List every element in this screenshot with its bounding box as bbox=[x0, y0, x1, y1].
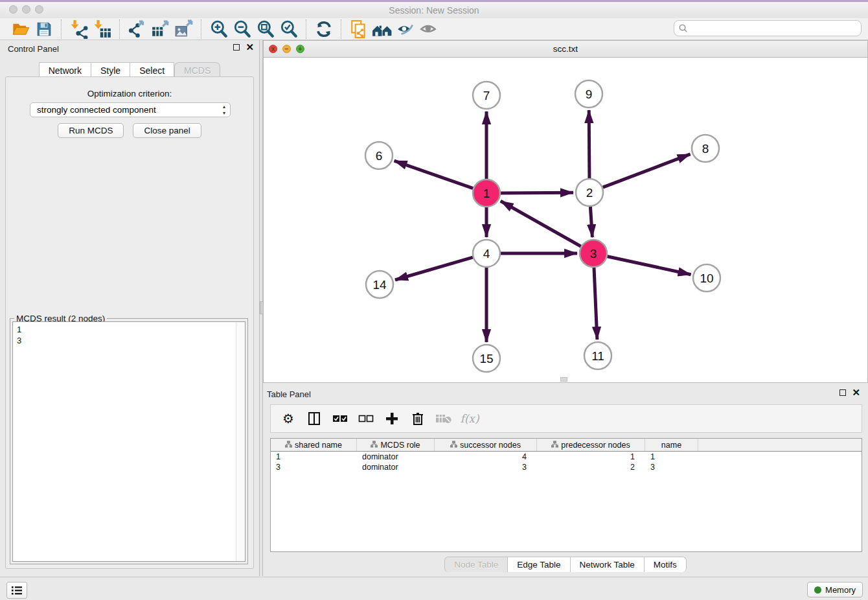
graph-edge-2-3[interactable] bbox=[590, 207, 592, 237]
table-tab-node-table[interactable]: Node Table bbox=[444, 557, 508, 572]
table-tabs: Node TableEdge TableNetwork TableMotifs bbox=[263, 557, 868, 572]
table-tab-edge-table[interactable]: Edge Table bbox=[508, 557, 570, 572]
table-cell: dominator bbox=[357, 452, 435, 462]
graph-edge-3-1[interactable] bbox=[501, 201, 581, 246]
show-details-icon[interactable] bbox=[417, 19, 440, 39]
hide-details-icon[interactable] bbox=[394, 19, 417, 39]
column-visibility-icon[interactable] bbox=[306, 410, 323, 427]
table-cell: 3 bbox=[435, 462, 537, 472]
close-panel-icon[interactable]: ✕ bbox=[246, 44, 254, 51]
graph-node-label-10: 10 bbox=[700, 271, 713, 285]
export-network-icon[interactable] bbox=[126, 19, 149, 39]
add-column-icon[interactable] bbox=[383, 410, 400, 427]
graph-edge-1-6[interactable] bbox=[394, 161, 474, 189]
canvas-scroll-grip[interactable] bbox=[560, 377, 567, 382]
column-header-label: successor nodes bbox=[460, 441, 521, 450]
open-session-icon[interactable] bbox=[9, 19, 32, 39]
column-header-successor-nodes[interactable]: successor nodes bbox=[435, 439, 537, 451]
search-field bbox=[674, 20, 862, 36]
column-type-icon bbox=[371, 441, 378, 450]
graph-edge-4-14[interactable] bbox=[395, 257, 473, 280]
zoom-in-icon[interactable] bbox=[207, 19, 231, 39]
export-table-icon[interactable] bbox=[149, 19, 172, 39]
column-header-predecessor-nodes[interactable]: predecessor nodes bbox=[537, 439, 645, 451]
window-title: Session: New Session bbox=[0, 5, 868, 16]
import-table-icon[interactable] bbox=[91, 19, 114, 39]
clone-network-icon[interactable] bbox=[347, 19, 371, 39]
mcds-result-textarea[interactable]: 13 bbox=[12, 321, 246, 562]
network-canvas[interactable]: 7968124314101511 bbox=[264, 58, 867, 382]
optimization-criterion-value: strongly connected component bbox=[37, 105, 156, 115]
delete-column-icon[interactable] bbox=[409, 410, 426, 427]
mcds-tab-content: Optimization criterion: strongly connect… bbox=[5, 76, 254, 569]
graph-edge-1-2[interactable] bbox=[501, 192, 573, 193]
zoom-fit-icon[interactable] bbox=[254, 19, 277, 39]
table-cell: 1 bbox=[271, 452, 357, 462]
optimization-criterion-select[interactable]: strongly connected component ▴▾ bbox=[30, 102, 231, 117]
search-input[interactable] bbox=[688, 23, 861, 34]
graph-edge-2-9[interactable] bbox=[589, 110, 589, 178]
column-header-MCDS-role[interactable]: MCDS role bbox=[357, 439, 435, 451]
save-session-icon[interactable] bbox=[32, 19, 56, 39]
window-titlebar: Session: New Session bbox=[0, 2, 868, 18]
table-cell: 3 bbox=[271, 462, 357, 472]
apply-layout-icon[interactable] bbox=[312, 19, 336, 39]
graph-node-label-11: 11 bbox=[591, 349, 604, 363]
control-panel: Control Panel ✕ NetworkStyleSelectMCDS O… bbox=[0, 40, 259, 576]
status-bar: Memory bbox=[0, 577, 868, 600]
graph-node-label-15: 15 bbox=[479, 352, 493, 365]
export-image-icon[interactable] bbox=[172, 19, 196, 39]
table-tab-network-table[interactable]: Network Table bbox=[571, 557, 645, 572]
toolbar-separator bbox=[61, 19, 62, 39]
close-panel-button[interactable]: Close panel bbox=[133, 123, 201, 138]
mcds-result-lines: 13 bbox=[13, 322, 245, 346]
column-type-icon bbox=[551, 441, 558, 450]
run-mcds-button[interactable]: Run MCDS bbox=[58, 123, 124, 138]
result-scrollbar[interactable] bbox=[236, 322, 245, 561]
mcds-result-node: 3 bbox=[17, 335, 245, 346]
table-panel: Table Panel ✕ ⚙ bbox=[263, 386, 868, 576]
unselect-all-icon[interactable] bbox=[358, 410, 374, 427]
graph-node-label-8: 8 bbox=[702, 142, 709, 156]
graph-node-label-9: 9 bbox=[586, 87, 593, 101]
graph-edge-3-11[interactable] bbox=[594, 268, 597, 340]
close-table-panel-icon[interactable]: ✕ bbox=[852, 389, 860, 396]
network-window-titlebar[interactable]: x−+ scc.txt bbox=[264, 41, 867, 58]
task-history-button[interactable] bbox=[6, 582, 27, 599]
delete-table-icon bbox=[435, 410, 452, 427]
toolbar-separator bbox=[306, 19, 307, 39]
graph-edge-3-10[interactable] bbox=[608, 257, 691, 275]
memory-button[interactable]: Memory bbox=[807, 582, 863, 597]
table-row[interactable]: 1dominator411 bbox=[271, 452, 862, 462]
column-header-name[interactable]: name bbox=[645, 439, 698, 451]
zoom-selected-icon[interactable] bbox=[277, 19, 301, 39]
table-tab-motifs[interactable]: Motifs bbox=[645, 557, 687, 572]
mcds-result-group: MCDS result (2 nodes) 13 bbox=[10, 318, 248, 564]
table-cell: 1 bbox=[537, 452, 645, 462]
table-cell: 1 bbox=[645, 452, 698, 462]
table-body: 1dominator4113dominator323 bbox=[271, 452, 862, 472]
select-all-icon[interactable] bbox=[332, 410, 348, 427]
select-arrows-icon: ▴▾ bbox=[223, 104, 225, 117]
column-type-icon bbox=[450, 441, 457, 450]
table-settings-icon[interactable]: ⚙ bbox=[280, 410, 297, 427]
graph-node-label-14: 14 bbox=[372, 278, 387, 292]
table-header-row: shared nameMCDS rolesuccessor nodesprede… bbox=[271, 439, 862, 452]
zoom-out-icon[interactable] bbox=[231, 19, 254, 39]
float-table-panel-icon[interactable] bbox=[839, 389, 846, 396]
float-panel-icon[interactable] bbox=[233, 44, 240, 51]
main-toolbar bbox=[0, 18, 868, 40]
network-window-title: scc.txt bbox=[264, 44, 867, 54]
import-network-icon[interactable] bbox=[67, 19, 91, 39]
function-builder-icon: f(x) bbox=[461, 410, 478, 427]
first-neighbors-icon[interactable] bbox=[371, 19, 394, 39]
table-cell: dominator bbox=[357, 462, 435, 472]
node-table: shared nameMCDS rolesuccessor nodesprede… bbox=[270, 438, 862, 552]
table-row[interactable]: 3dominator323 bbox=[271, 462, 862, 472]
column-header-shared-name[interactable]: shared name bbox=[271, 439, 357, 451]
control-panel-header: Control Panel ✕ bbox=[0, 40, 259, 57]
graph-node-label-2: 2 bbox=[586, 186, 593, 200]
network-graph[interactable]: 7968124314101511 bbox=[264, 58, 867, 382]
column-header-label: MCDS role bbox=[380, 441, 420, 450]
graph-edge-2-8[interactable] bbox=[603, 154, 691, 187]
